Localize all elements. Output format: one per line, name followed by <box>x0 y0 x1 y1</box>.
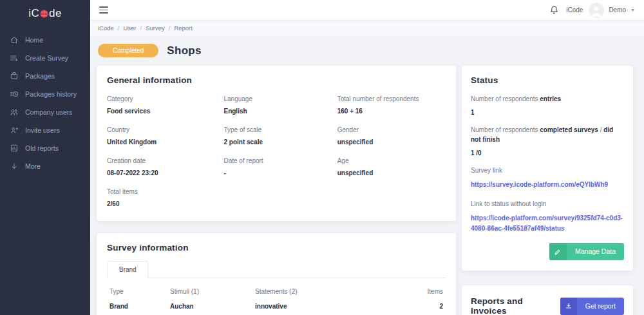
status-title: Status <box>471 75 624 85</box>
cell-statements: innovative affordable <box>255 303 406 315</box>
field-country: Country United Kingdom <box>107 126 223 146</box>
logo-text-suffix: de <box>49 7 62 20</box>
notifications-bell-icon[interactable] <box>548 4 560 16</box>
left-column: General information Category Food servic… <box>97 66 456 315</box>
reports-invoices-card: Reports and Invoices Get report <box>462 285 633 315</box>
report-icon <box>10 144 19 153</box>
general-information-grid: Category Food services Language English … <box>107 95 446 219</box>
general-information-card: General information Category Food servic… <box>97 66 456 221</box>
sidebar-item-label: Packages history <box>25 90 77 98</box>
breadcrumb-user[interactable]: User <box>123 24 136 32</box>
topbar-app-label: iCode <box>566 6 583 14</box>
globe-icon <box>40 10 48 18</box>
survey-table-header: Type Stimuli (1) Statements (2) Items <box>109 288 443 303</box>
survey-table: Type Stimuli (1) Statements (2) Items Br… <box>107 288 446 315</box>
content-columns: General information Category Food servic… <box>97 66 633 315</box>
field-age: Age unspecified <box>337 157 446 177</box>
col-items: Items <box>410 288 443 303</box>
logo-text-prefix: iC <box>28 7 39 20</box>
cell-items: 2 <box>410 303 443 315</box>
app-window: iC de Home Create Survey Packages Packag… <box>0 0 644 315</box>
user-plus-icon <box>10 126 19 135</box>
survey-link-group: Survey link https://survey.icode-platfor… <box>471 166 624 190</box>
topbar-right: iCode Demo ▼ <box>548 3 635 18</box>
status-badge: Completed <box>98 44 158 57</box>
hamburger-menu-icon[interactable] <box>98 4 109 15</box>
get-report-button[interactable]: Get report <box>560 298 624 315</box>
field-creation-date: Creation date 08-07-2022 23:20 <box>107 157 223 177</box>
entries-value: 1 <box>471 109 624 116</box>
sidebar-item-packages-history[interactable]: Packages history <box>0 85 90 103</box>
sidebar-item-label: More <box>25 162 41 170</box>
home-icon <box>10 35 19 44</box>
create-survey-icon <box>10 53 19 62</box>
page-content: iCode / User / Survey / Report Completed… <box>90 20 644 315</box>
respondents-entries-group: Number of respondents entries 1 <box>471 94 624 116</box>
cell-type: Brand <box>109 303 166 315</box>
sidebar-item-label: Packages <box>25 72 55 80</box>
tab-brand[interactable]: Brand <box>108 261 148 278</box>
field-total-respondents: Total number of respondents 160 + 16 <box>337 95 446 115</box>
right-column: Status Number of respondents entries 1 N… <box>462 66 633 315</box>
avatar <box>589 3 604 18</box>
users-icon <box>10 108 19 117</box>
col-statements: Statements (2) <box>255 288 406 303</box>
user-name: Demo <box>609 6 626 14</box>
survey-link-label: Survey link <box>471 166 624 176</box>
sidebar-item-packages[interactable]: Packages <box>0 67 90 85</box>
field-total-items: Total items 2/60 <box>107 188 223 207</box>
survey-link[interactable]: https://survey.icode-platform.com/eQYIbW… <box>471 180 624 190</box>
col-type: Type <box>109 288 166 303</box>
field-date-of-report: Date of report - <box>223 157 337 177</box>
edit-pencil-icon <box>549 243 567 260</box>
page-title: Shops <box>167 44 201 57</box>
status-link-group: Link to status without login https://ico… <box>471 199 624 234</box>
breadcrumb-report: Report <box>174 24 193 32</box>
survey-tabs: Brand <box>107 261 446 278</box>
breadcrumb-separator: / <box>140 24 142 32</box>
arrow-down-icon <box>10 162 19 171</box>
chevron-down-icon: ▼ <box>630 8 635 12</box>
user-menu[interactable]: Demo ▼ <box>589 3 635 18</box>
sidebar-item-home[interactable]: Home <box>0 31 90 49</box>
field-type-of-scale: Type of scale 2 point scale <box>223 126 337 146</box>
main-area: Completed Shops General information Cate… <box>90 36 644 315</box>
sidebar: iC de Home Create Survey Packages Packag… <box>0 0 90 315</box>
history-icon <box>10 90 19 99</box>
col-stimuli: Stimuli (1) <box>170 288 251 303</box>
sidebar-item-label: Invite users <box>25 126 60 134</box>
sidebar-menu: Home Create Survey Packages Packages his… <box>0 27 90 175</box>
bag-icon <box>10 72 19 81</box>
download-icon <box>560 298 577 315</box>
respondents-completed-group: Number of respondents completed surveys … <box>471 125 624 157</box>
breadcrumb-icode[interactable]: iCode <box>98 24 114 32</box>
icode-logo[interactable]: iC de <box>0 0 90 27</box>
breadcrumb: iCode / User / Survey / Report <box>90 20 644 36</box>
field-category: Category Food services <box>107 95 223 115</box>
survey-information-card: Survey information Brand Type Stimuli (1… <box>97 233 456 315</box>
sidebar-item-label: Old reports <box>25 144 59 152</box>
topbar: iCode Demo ▼ <box>90 0 644 20</box>
breadcrumb-survey[interactable]: Survey <box>146 24 165 32</box>
status-card: Status Number of respondents entries 1 N… <box>462 66 633 271</box>
sidebar-item-create-survey[interactable]: Create Survey <box>0 49 90 67</box>
sidebar-item-old-reports[interactable]: Old reports <box>0 139 90 157</box>
cell-stimuli: Auchan <box>170 303 251 315</box>
reports-invoices-title: Reports and Invoices <box>471 296 560 315</box>
sidebar-item-company-users[interactable]: Company users <box>0 103 90 121</box>
table-row: Brand Auchan innovative affordable 2 <box>109 303 443 315</box>
field-language: Language English <box>223 95 337 115</box>
manage-data-button[interactable]: Manage Data <box>549 243 624 260</box>
completed-value: 1 /0 <box>471 149 624 157</box>
sidebar-item-label: Create Survey <box>25 54 68 62</box>
breadcrumb-separator: / <box>118 24 120 32</box>
sidebar-item-label: Home <box>25 36 43 44</box>
page-title-row: Completed Shops <box>98 44 633 57</box>
sidebar-item-invite-users[interactable]: Invite users <box>0 121 90 139</box>
status-link-label: Link to status without login <box>471 199 624 209</box>
status-without-login-link[interactable]: https://icode-platform.com/survey/9325fd… <box>471 213 624 233</box>
breadcrumb-separator: / <box>169 24 171 32</box>
field-gender: Gender unspecified <box>337 126 446 146</box>
survey-information-title: Survey information <box>107 243 446 253</box>
sidebar-item-more[interactable]: More <box>0 157 90 175</box>
